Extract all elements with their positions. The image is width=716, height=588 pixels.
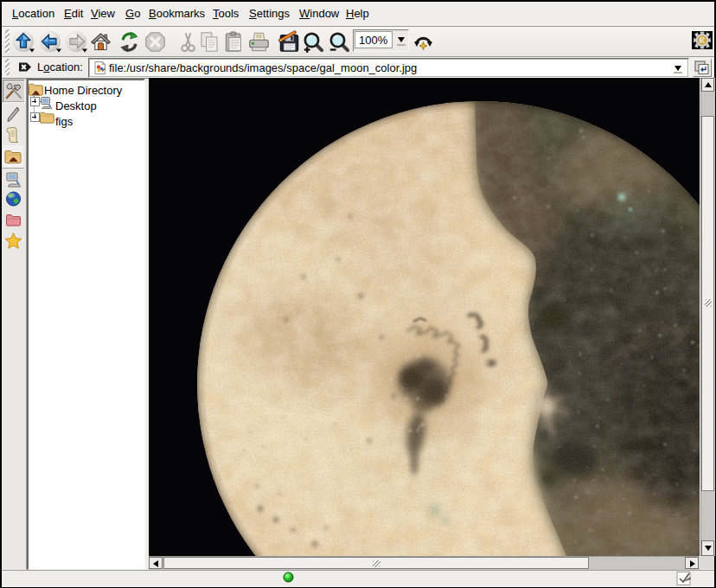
svg-text:K: K — [700, 35, 706, 45]
